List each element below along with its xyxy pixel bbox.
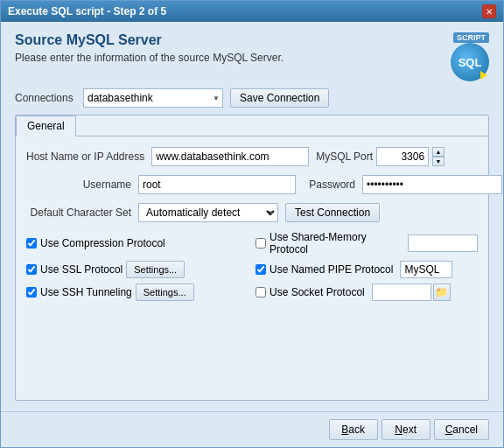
test-connection-button[interactable]: Test Connection: [285, 203, 380, 222]
next-button[interactable]: Next: [382, 419, 430, 440]
mysql-port-input[interactable]: [376, 147, 429, 166]
username-label: Username: [26, 178, 131, 191]
charset-select[interactable]: Automatically detect utf8 latin1: [138, 203, 278, 222]
play-icon: [480, 71, 487, 80]
socket-checkbox[interactable]: [256, 287, 266, 298]
ssh-checkbox[interactable]: [26, 287, 37, 298]
cancel-button[interactable]: Cancel: [434, 419, 489, 440]
host-label: Host Name or IP Address: [26, 150, 144, 163]
charset-label: Default Character Set: [26, 206, 131, 219]
shared-memory-label: Use Shared-Memory Protocol: [270, 231, 401, 256]
shared-memory-checkbox[interactable]: [256, 238, 266, 248]
tab-general[interactable]: General: [16, 116, 76, 136]
socket-input-wrapper: 📁: [372, 284, 451, 301]
compression-row: Use Compression Protocol: [26, 231, 248, 256]
named-pipe-label: Use Named PIPE Protocol: [270, 263, 393, 276]
connections-row: Connections databasethink Save Connectio…: [15, 88, 489, 108]
password-label: Password: [303, 178, 355, 191]
username-row: Username Password: [26, 175, 478, 194]
named-pipe-row: Use Named PIPE Protocol: [256, 261, 478, 278]
compression-label: Use Compression Protocol: [40, 237, 165, 249]
title-bar: Execute SQL script - Step 2 of 5 ✕: [1, 1, 503, 22]
host-row: Host Name or IP Address MySQL Port ▲ ▼: [26, 147, 478, 166]
script-badge: SCRIPT: [453, 32, 489, 43]
ssh-row: Use SSH Tunneling Settings...: [26, 284, 248, 301]
host-input[interactable]: [151, 147, 309, 166]
connections-select[interactable]: databasethink: [83, 88, 223, 108]
main-window: Execute SQL script - Step 2 of 5 ✕ Sourc…: [0, 0, 504, 448]
port-spinner: ▲ ▼: [432, 147, 444, 166]
ssl-settings-button[interactable]: Settings...: [126, 261, 185, 278]
panel-content: Host Name or IP Address MySQL Port ▲ ▼ U…: [16, 136, 488, 312]
checkboxes-section: Use Compression Protocol Use Shared-Memo…: [26, 231, 478, 301]
socket-label: Use Socket Protocol: [270, 286, 365, 298]
charset-select-wrapper: Automatically detect utf8 latin1: [138, 203, 278, 222]
charset-row: Default Character Set Automatically dete…: [26, 203, 478, 222]
port-up-button[interactable]: ▲: [432, 147, 444, 157]
ssl-checkbox[interactable]: [26, 264, 37, 275]
script-icon: SCRIPT SQL: [433, 32, 489, 81]
named-pipe-input[interactable]: [400, 261, 452, 278]
connections-label: Connections: [15, 92, 76, 104]
tab-bar: General: [16, 116, 488, 136]
socket-row: Use Socket Protocol 📁: [256, 284, 478, 301]
sql-label: SQL: [458, 56, 482, 69]
ssl-row: Use SSL Protocol Settings...: [26, 261, 248, 278]
header-section: Source MySQL Server Please enter the inf…: [15, 32, 489, 81]
save-connection-button[interactable]: Save Connection: [230, 88, 329, 108]
mysql-port-label: MySQL Port: [316, 150, 373, 163]
header-text: Source MySQL Server Please enter the inf…: [15, 32, 284, 64]
shared-memory-row: Use Shared-Memory Protocol: [256, 231, 478, 256]
content-area: Source MySQL Server Please enter the inf…: [1, 22, 503, 411]
ssh-settings-button[interactable]: Settings...: [136, 284, 194, 301]
main-panel: General Host Name or IP Address MySQL Po…: [15, 115, 489, 401]
window-title: Execute SQL script - Step 2 of 5: [8, 5, 166, 18]
ssh-label: Use SSH Tunneling: [40, 286, 132, 298]
shared-memory-input[interactable]: [408, 234, 478, 252]
page-subtitle: Please enter the information of the sour…: [15, 52, 284, 64]
back-button[interactable]: Back: [329, 419, 378, 440]
close-button[interactable]: ✕: [482, 4, 496, 18]
socket-folder-button[interactable]: 📁: [433, 284, 451, 301]
password-input[interactable]: [362, 175, 502, 194]
ssl-label: Use SSL Protocol: [40, 263, 122, 276]
username-input[interactable]: [138, 175, 296, 194]
compression-checkbox[interactable]: [26, 238, 37, 248]
socket-input[interactable]: [372, 284, 431, 301]
port-down-button[interactable]: ▼: [432, 157, 444, 166]
connections-select-wrapper: databasethink: [83, 88, 223, 108]
footer: Back Next Cancel: [1, 411, 503, 447]
mysql-port-group: MySQL Port ▲ ▼: [316, 147, 444, 166]
named-pipe-checkbox[interactable]: [256, 264, 266, 275]
page-title: Source MySQL Server: [15, 32, 284, 48]
